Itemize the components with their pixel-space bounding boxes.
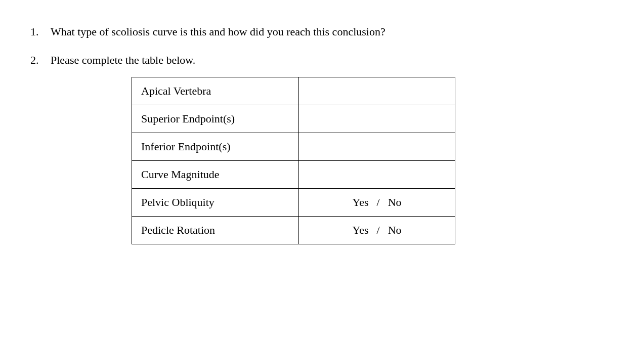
pelvic-obliquity-slash: /	[377, 196, 380, 209]
pelvic-obliquity-yes-no: Yes / No	[308, 196, 446, 209]
superior-endpoint-label: Superior Endpoint(s)	[132, 105, 299, 133]
apical-vertebra-label: Apical Vertebra	[132, 77, 299, 105]
pedicle-rotation-slash: /	[377, 224, 380, 237]
question-1-text: What type of scoliosis curve is this and…	[51, 25, 385, 38]
pelvic-obliquity-value: Yes / No	[299, 189, 455, 217]
pedicle-rotation-value: Yes / No	[299, 217, 455, 244]
table-row: Pelvic Obliquity Yes / No	[132, 189, 455, 217]
table-row: Inferior Endpoint(s)	[132, 133, 455, 161]
pedicle-rotation-yes-no: Yes / No	[308, 224, 446, 237]
apical-vertebra-value	[299, 77, 455, 105]
pedicle-rotation-yes: Yes	[353, 224, 369, 237]
question-2-number: 2.	[30, 54, 51, 67]
table-row: Curve Magnitude	[132, 161, 455, 189]
questions-container: 1. What type of scoliosis curve is this …	[30, 25, 614, 244]
pelvic-obliquity-label: Pelvic Obliquity	[132, 189, 299, 217]
table-row: Superior Endpoint(s)	[132, 105, 455, 133]
pelvic-obliquity-yes: Yes	[353, 196, 369, 209]
question-1: 1. What type of scoliosis curve is this …	[30, 25, 614, 38]
table-row: Apical Vertebra	[132, 77, 455, 105]
table-row: Pedicle Rotation Yes / No	[132, 217, 455, 244]
inferior-endpoint-value	[299, 133, 455, 161]
superior-endpoint-value	[299, 105, 455, 133]
curve-magnitude-label: Curve Magnitude	[132, 161, 299, 189]
pelvic-obliquity-no: No	[388, 196, 402, 209]
scoliosis-table: Apical Vertebra Superior Endpoint(s) Inf…	[132, 77, 455, 244]
question-1-number: 1.	[30, 25, 51, 38]
pedicle-rotation-label: Pedicle Rotation	[132, 217, 299, 244]
inferior-endpoint-label: Inferior Endpoint(s)	[132, 133, 299, 161]
pedicle-rotation-no: No	[388, 224, 402, 237]
scoliosis-table-container: Apical Vertebra Superior Endpoint(s) Inf…	[132, 77, 455, 244]
question-2-text: Please complete the table below.	[51, 54, 195, 67]
question-2: 2. Please complete the table below. Apic…	[30, 54, 614, 244]
curve-magnitude-value	[299, 161, 455, 189]
